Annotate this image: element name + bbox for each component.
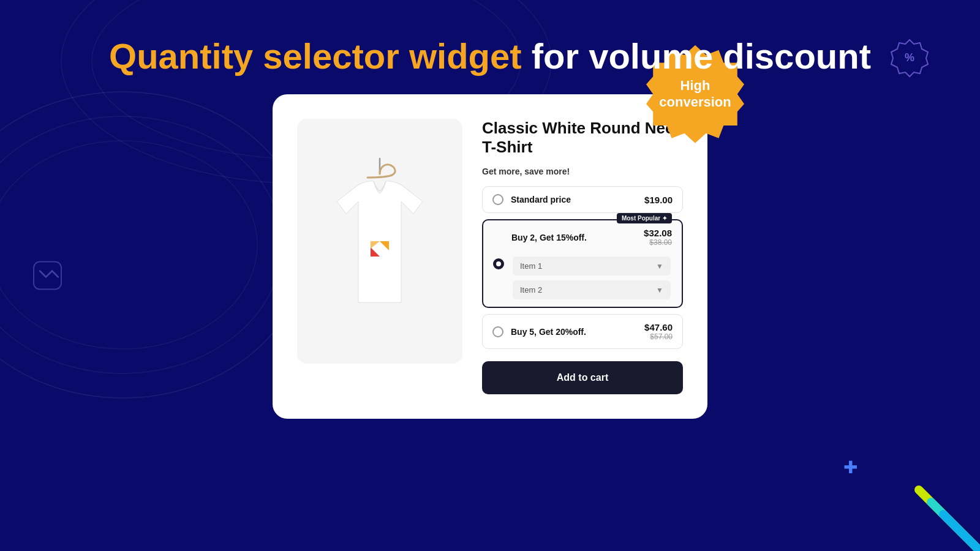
plus-icon: ✚ <box>843 457 858 478</box>
header-title-white: for volume discount <box>532 36 871 76</box>
product-card: Highconversion <box>273 94 707 419</box>
option-label-buy5: Buy 5, Get 20%off. <box>511 327 644 337</box>
price-buy5-current: $47.60 <box>644 322 673 332</box>
main-container: Highconversion <box>0 94 980 419</box>
variant-select-item1[interactable]: Item 1 ▼ <box>513 257 671 276</box>
header-title-orange: Quantity selector widget <box>109 36 522 76</box>
option-label-standard: Standard price <box>511 195 644 204</box>
radio-buy2 <box>493 258 504 269</box>
chevron-item2-icon: ▼ <box>656 286 663 294</box>
variant-item2-label: Item 2 <box>520 285 542 294</box>
bottom-right-stripes <box>870 453 980 551</box>
variant-selectors: Item 1 ▼ Item 2 ▼ <box>511 257 672 299</box>
radio-standard <box>492 194 503 205</box>
add-to-cart-button[interactable]: Add to cart <box>482 361 683 394</box>
price-buy2-current: $32.08 <box>644 228 672 238</box>
price-buy2-original: $38.00 <box>644 238 672 247</box>
left-side-icon <box>31 259 64 293</box>
variant-select-item2[interactable]: Item 2 ▼ <box>513 280 671 299</box>
variant-item1-label: Item 1 <box>520 261 542 271</box>
svg-line-13 <box>943 514 980 551</box>
product-subtitle: Get more, save more! <box>482 167 683 176</box>
price-block-buy5: $47.60 $57.00 <box>644 322 673 341</box>
most-popular-badge: Most Popular ✦ <box>617 213 672 223</box>
pricing-option-standard[interactable]: Standard price $19.00 <box>482 186 683 213</box>
pricing-option-buy2[interactable]: Most Popular ✦ Buy 2, Get 15%off. $32.08… <box>482 219 683 308</box>
pricing-option-buy5[interactable]: Buy 5, Get 20%off. $47.60 $57.00 <box>482 314 683 349</box>
product-info: Classic White Round Neck T-Shirt Get mor… <box>482 119 683 394</box>
price-standard: $19.00 <box>644 195 673 205</box>
option-label-buy2: Buy 2, Get 15%off. <box>511 233 644 242</box>
product-image <box>312 156 447 327</box>
price-block-standard: $19.00 <box>644 195 673 205</box>
chevron-item1-icon: ▼ <box>656 262 663 271</box>
price-buy5-original: $57.00 <box>644 332 673 341</box>
product-image-container <box>297 119 462 364</box>
radio-buy5 <box>492 326 503 337</box>
page-header: Quantity selector widget for volume disc… <box>0 0 980 94</box>
pricing-options: Standard price $19.00 Most Popular ✦ Buy… <box>482 186 683 349</box>
price-block-buy2: $32.08 $38.00 <box>644 228 672 247</box>
